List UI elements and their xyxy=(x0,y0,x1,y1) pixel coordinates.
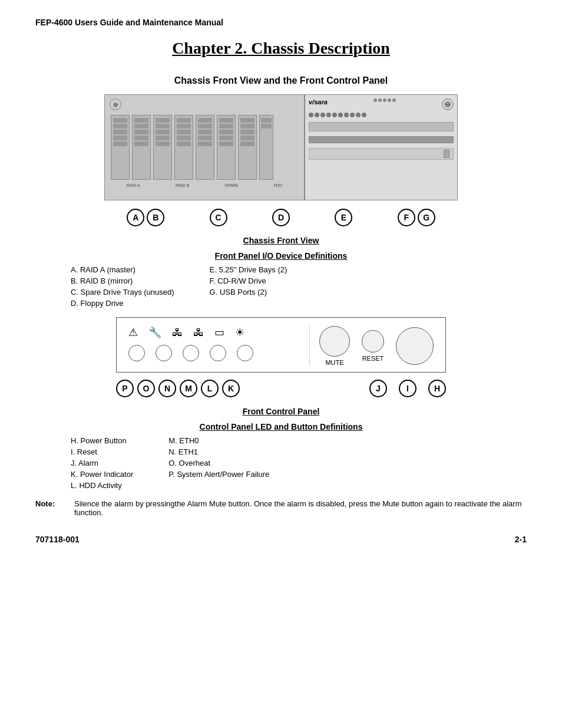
led-p xyxy=(128,345,145,361)
chassis-front-view-label: Chassis Front View xyxy=(35,236,527,245)
drive-bay-4 xyxy=(174,115,193,180)
chassis-label-row: A B C D E F G xyxy=(104,209,458,226)
cp-right-section: MUTE RESET xyxy=(309,326,434,366)
label-e: E xyxy=(335,209,352,226)
slot-label-c: SPARE xyxy=(224,183,238,187)
label-h: H xyxy=(428,380,446,397)
chassis-diagram: ⊖ xyxy=(104,94,458,200)
front-control-panel-label: Front Control Panel xyxy=(35,407,527,416)
drive-bay-5 xyxy=(196,115,214,180)
def-a: A. RAID A (master) xyxy=(71,265,174,274)
led-n xyxy=(183,345,199,361)
label-i: I xyxy=(399,380,416,397)
brightness-icon: ☀ xyxy=(235,326,244,339)
led-m xyxy=(210,345,226,361)
label-j: J xyxy=(369,380,387,397)
def-b: B. RAID B (mirror) xyxy=(71,276,174,285)
chapter-title: Chapter 2. Chassis Description xyxy=(35,39,527,58)
def-l: L. HDD Activity xyxy=(71,481,133,490)
def-g: G. USB Ports (2) xyxy=(210,288,287,297)
cp-icons-row: ⚠ 🔧 🖧 🖧 ▭ ☀ xyxy=(128,326,303,339)
def-n: N. ETH1 xyxy=(168,447,269,456)
visara-logo: v/sara xyxy=(309,98,328,106)
dot-grid xyxy=(309,113,454,117)
control-panel-diagram: ⚠ 🔧 🖧 🖧 ▭ ☀ xyxy=(116,317,446,373)
def-d: D. Floppy Drive xyxy=(71,299,174,308)
warning-icon: ⚠ xyxy=(128,326,138,339)
io-definitions-heading: Front Panel I/O Device Definitions xyxy=(35,251,527,261)
chassis-left-panel: ⊖ xyxy=(105,95,305,200)
io-def-col-right: E. 5.25" Drive Bays (2) F. CD-R/W Drive … xyxy=(210,265,287,308)
drive-bay-3 xyxy=(153,115,172,180)
label-k: K xyxy=(222,380,240,397)
reset-button-cp[interactable]: RESET xyxy=(362,330,384,362)
slot-label-d: FDD xyxy=(274,183,282,187)
led-definitions-heading: Control Panel LED and Button Definitions xyxy=(35,422,527,431)
vent-right: ⊖ xyxy=(442,98,454,110)
drive-bay-7 xyxy=(238,115,257,180)
label-n: N xyxy=(158,380,176,397)
label-d: D xyxy=(272,209,290,226)
label-c: C xyxy=(210,209,227,226)
def-m: M. ETH0 xyxy=(168,436,269,445)
slot-label-a: RAID A xyxy=(127,183,140,187)
network-icon2: 🖧 xyxy=(193,327,204,339)
footer-left: 707118-001 xyxy=(35,535,80,544)
led-def-col-right: M. ETH0 N. ETH1 O. Overheat P. System Al… xyxy=(168,436,269,490)
reset-label: RESET xyxy=(362,355,384,362)
drive-bay-6 xyxy=(217,115,236,180)
label-m: M xyxy=(180,380,197,397)
def-j: J. Alarm xyxy=(71,459,133,467)
io-definitions-list: A. RAID A (master) B. RAID B (mirror) C.… xyxy=(71,265,527,308)
chassis-right-panel: v/sara ⊖ xyxy=(305,95,457,200)
person-icon: 🔧 xyxy=(148,326,161,339)
section1-heading: Chassis Front View and the Front Control… xyxy=(35,75,527,86)
led-def-col-left: H. Power Button I. Reset J. Alarm K. Pow… xyxy=(71,436,133,490)
document-header: FEP-4600 Users Guide and Maintenance Man… xyxy=(35,18,527,27)
led-l xyxy=(237,345,253,361)
label-p: P xyxy=(116,380,134,397)
note-text: Silence the alarm by pressingthe Alarm M… xyxy=(74,499,527,517)
label-l: L xyxy=(201,380,219,397)
usb-ports-area xyxy=(309,148,454,160)
hdd-icon: ▭ xyxy=(214,326,224,339)
note-section: Note: Silence the alarm by pressingthe A… xyxy=(35,499,527,517)
def-p: P. System Alert/Power Failure xyxy=(168,470,269,479)
def-i: I. Reset xyxy=(71,447,133,456)
cp-circles-row xyxy=(128,345,303,361)
io-def-col-left: A. RAID A (master) B. RAID B (mirror) C.… xyxy=(71,265,174,308)
led-definitions-list: H. Power Button I. Reset J. Alarm K. Pow… xyxy=(71,436,527,490)
footer: 707118-001 2-1 xyxy=(35,535,527,544)
def-k: K. Power Indicator xyxy=(71,470,133,479)
vent-left: ⊖ xyxy=(110,98,121,110)
network-icon1: 🖧 xyxy=(172,327,183,339)
label-o: O xyxy=(137,380,155,397)
led-o xyxy=(156,345,172,361)
def-h: H. Power Button xyxy=(71,436,133,445)
power-button[interactable] xyxy=(396,327,434,365)
led-indicators xyxy=(373,98,396,102)
label-g: G xyxy=(418,209,435,226)
slot-label-b: RAID B xyxy=(176,183,189,187)
drive-slot-f xyxy=(309,136,454,143)
label-f: F xyxy=(398,209,415,226)
def-f: F. CD-R/W Drive xyxy=(210,276,287,285)
drive-bay-8 xyxy=(259,115,273,180)
label-a: A xyxy=(127,209,144,226)
def-c: C. Spare Drive Trays (unused) xyxy=(71,288,174,297)
cp-labels-left: P O N M L K xyxy=(116,380,240,397)
cp-labels-right: J I H xyxy=(369,380,446,397)
drive-bay-1 xyxy=(111,115,130,180)
label-b: B xyxy=(147,209,164,226)
header-title: FEP-4600 Users Guide and Maintenance Man… xyxy=(35,18,223,27)
note-label: Note: xyxy=(35,499,65,517)
def-o: O. Overheat xyxy=(168,459,269,467)
cp-buttons-row: MUTE RESET xyxy=(319,326,434,366)
drive-bay-2 xyxy=(132,115,151,180)
mute-label: MUTE xyxy=(325,359,343,366)
cp-label-row: P O N M L K J I H xyxy=(116,380,446,397)
footer-right: 2-1 xyxy=(515,535,527,544)
drive-slot-e xyxy=(309,122,454,131)
mute-button[interactable]: MUTE xyxy=(319,326,350,366)
cp-left-section: ⚠ 🔧 🖧 🖧 ▭ ☀ xyxy=(128,326,309,366)
